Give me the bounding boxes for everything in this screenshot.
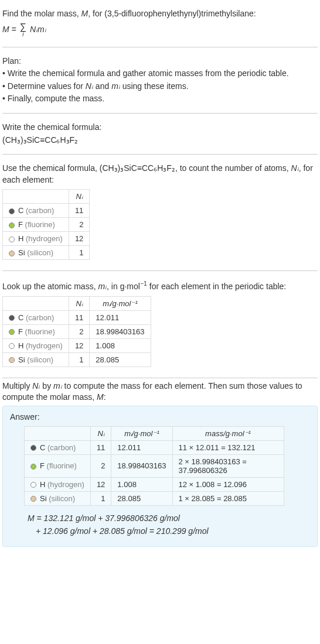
header-ni: Nᵢ [90, 426, 111, 440]
answer-box: Answer: Nᵢ mᵢ/g·mol⁻¹ mass/g·mol⁻¹ C (ca… [2, 406, 318, 547]
sigma-icon: ∑i [20, 22, 26, 37]
ni-cell: 2 [69, 218, 89, 232]
header-empty [25, 426, 91, 440]
table-row: C (carbon)1112.01111 × 12.011 = 132.121 [25, 440, 284, 454]
count-text: Use the chemical formula, (CH₃)₃SiC≡CC₆H… [2, 163, 318, 186]
molar-mass-formula: M = ∑i Nᵢmᵢ [2, 22, 318, 37]
element-dot-icon [9, 251, 15, 256]
intro-section: Find the molar mass, M, for (3,5-difluor… [2, 2, 318, 47]
lookup-section: Look up the atomic mass, mᵢ, in g·mol−1 … [2, 273, 318, 378]
table-row: H (hydrogen)121.008 [3, 338, 151, 352]
element-cell: F (fluorine) [3, 218, 69, 232]
plan-bullet-1: • Write the chemical formula and gather … [2, 68, 318, 80]
table-row: F (fluorine)218.9984031632 × 18.99840316… [25, 454, 284, 477]
ni-cell: 2 [69, 324, 89, 338]
element-cell: F (fluorine) [25, 454, 91, 477]
ni-cell: 12 [69, 338, 89, 352]
ni-cell: 11 [69, 204, 89, 218]
answer-label: Answer: [10, 412, 310, 422]
mi-cell: 1.008 [111, 477, 172, 491]
element-dot-icon [9, 329, 15, 335]
formula-lhs: M = [2, 24, 19, 33]
table-header-row: Nᵢ mᵢ/g·mol⁻¹ mass/g·mol⁻¹ [25, 426, 284, 440]
plan-section: Plan: • Write the chemical formula and g… [2, 50, 318, 114]
atomic-mass-table: Nᵢ mᵢ/g·mol⁻¹ C (carbon)1112.011F (fluor… [2, 296, 151, 367]
final-formula: M = 132.121 g/mol + 37.996806326 g/mol +… [10, 512, 310, 538]
chem-formula: (CH₃)₃SiC≡CC₆H₃F₂ [2, 135, 318, 146]
intro-m: M [81, 9, 88, 18]
element-cell: F (fluorine) [3, 324, 69, 338]
element-dot-icon [9, 222, 15, 228]
mi-cell: 18.998403163 [90, 324, 151, 338]
element-dot-icon [30, 464, 36, 470]
plan-title: Plan: [2, 56, 318, 67]
ni-cell: 11 [90, 440, 111, 454]
header-mi: mᵢ/g·mol⁻¹ [111, 426, 172, 440]
table-row: C (carbon)1112.011 [3, 310, 151, 324]
mi-cell: 28.085 [90, 352, 151, 366]
mi-cell: 1.008 [90, 338, 151, 352]
table-row: Si (silicon)1 [3, 246, 90, 260]
mi-cell: 12.011 [90, 310, 151, 324]
ni-cell: 12 [90, 477, 111, 491]
multiply-section: Multiply Nᵢ by mᵢ to compute the mass fo… [2, 381, 318, 547]
formula-rhs: Nᵢmᵢ [28, 24, 46, 33]
ni-cell: 2 [90, 454, 111, 477]
plan-bullet-2: • Determine values for Nᵢ and mᵢ using t… [2, 81, 318, 93]
ni-cell: 1 [69, 352, 89, 366]
lookup-text: Look up the atomic mass, mᵢ, in g·mol−1 … [2, 279, 318, 292]
mi-cell: 12.011 [111, 440, 172, 454]
ni-cell: 1 [69, 246, 89, 260]
intro-text: Find the molar mass, M, for (3,5-difluor… [2, 8, 318, 20]
chem-title: Write the chemical formula: [2, 122, 318, 133]
mass-cell: 12 × 1.008 = 12.096 [172, 477, 284, 491]
mi-cell: 18.998403163 [111, 454, 172, 477]
element-dot-icon [30, 496, 36, 502]
table-row: F (fluorine)2 [3, 218, 90, 232]
header-mass: mass/g·mol⁻¹ [172, 426, 284, 440]
element-dot-icon [9, 343, 15, 349]
table-header-row: Nᵢ mᵢ/g·mol⁻¹ [3, 296, 151, 310]
mass-cell: 2 × 18.998403163 = 37.996806326 [172, 454, 284, 477]
element-cell: C (carbon) [3, 204, 69, 218]
element-dot-icon [9, 315, 15, 321]
element-dot-icon [9, 357, 15, 363]
count-section: Use the chemical formula, (CH₃)₃SiC≡CC₆H… [2, 157, 318, 271]
plan-bullet-3: • Finally, compute the mass. [2, 93, 318, 105]
element-dot-icon [9, 237, 15, 242]
mass-cell: 1 × 28.085 = 28.085 [172, 491, 284, 505]
element-cell: C (carbon) [25, 440, 91, 454]
chemical-formula-section: Write the chemical formula: (CH₃)₃SiC≡CC… [2, 116, 318, 155]
ni-cell: 1 [90, 491, 111, 505]
header-empty [3, 296, 69, 310]
element-cell: H (hydrogen) [3, 232, 69, 246]
mass-cell: 11 × 12.011 = 132.121 [172, 440, 284, 454]
element-dot-icon [30, 445, 36, 451]
table-row: Si (silicon)128.0851 × 28.085 = 28.085 [25, 491, 284, 505]
multiply-text: Multiply Nᵢ by mᵢ to compute the mass fo… [2, 381, 318, 403]
table-row: C (carbon)11 [3, 204, 90, 218]
ni-cell: 11 [69, 310, 89, 324]
element-cell: C (carbon) [3, 310, 69, 324]
table-header-row: Nᵢ [3, 190, 90, 204]
table-row: H (hydrogen)12 [3, 232, 90, 246]
header-empty [3, 190, 69, 204]
element-dot-icon [30, 482, 36, 488]
header-ni: Nᵢ [69, 190, 89, 204]
answer-table: Nᵢ mᵢ/g·mol⁻¹ mass/g·mol⁻¹ C (carbon)111… [24, 426, 284, 506]
element-dot-icon [9, 208, 15, 214]
table-row: F (fluorine)218.998403163 [3, 324, 151, 338]
table-row: Si (silicon)128.085 [3, 352, 151, 366]
header-mi: mᵢ/g·mol⁻¹ [90, 296, 151, 310]
atom-count-table: Nᵢ C (carbon)11F (fluorine)2H (hydrogen)… [2, 189, 90, 260]
intro-pre: Find the molar mass, [2, 9, 81, 18]
element-cell: Si (silicon) [3, 352, 69, 366]
element-cell: Si (silicon) [25, 491, 91, 505]
element-cell: Si (silicon) [3, 246, 69, 260]
table-row: H (hydrogen)121.00812 × 1.008 = 12.096 [25, 477, 284, 491]
element-cell: H (hydrogen) [3, 338, 69, 352]
header-ni: Nᵢ [69, 296, 89, 310]
ni-cell: 12 [69, 232, 89, 246]
mi-cell: 28.085 [111, 491, 172, 505]
intro-post: , for (3,5-difluorophenylethynyl)trimeth… [88, 9, 256, 18]
